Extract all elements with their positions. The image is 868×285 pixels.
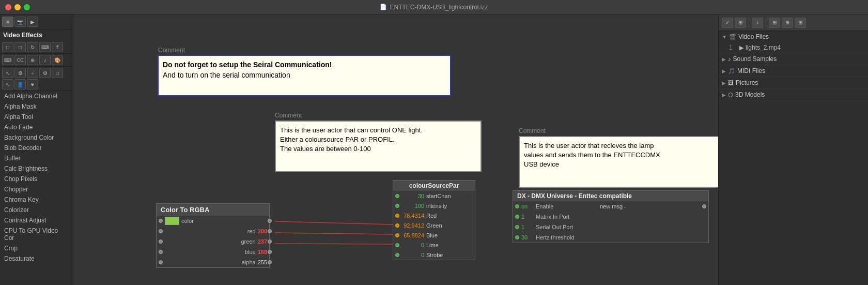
icon-btn-gear2[interactable]: ⚙ — [39, 68, 51, 78]
icon-btn-heart[interactable]: ♥ — [27, 79, 38, 89]
icon-btn-wave2[interactable]: ∿ — [2, 79, 13, 89]
dx-rows: on Enable new msg - 1 Matrix In Port 1 S… — [513, 201, 708, 243]
rt-grid2-btn[interactable]: ⊞ — [769, 18, 780, 28]
sidebar-title: Video Effects — [0, 29, 73, 41]
dx-value: on — [519, 203, 534, 209]
dx-row: 1 Serial Out Port — [513, 222, 708, 232]
rt-globe-btn[interactable]: ⊕ — [782, 18, 793, 28]
tree-header[interactable]: ▶ ⬡ 3D Models — [719, 89, 868, 100]
rt-plus-btn[interactable]: ⊞ — [795, 18, 806, 28]
tree-section-label: Video Files — [738, 33, 769, 40]
sidebar-item[interactable]: Add Alpha Channel — [0, 91, 73, 101]
rgba-green-out-dot — [268, 239, 272, 244]
cs-label: Green — [426, 222, 442, 229]
camera-icon-btn[interactable]: 📷 — [14, 17, 26, 27]
rt-grid-btn[interactable]: ⊞ — [735, 18, 746, 28]
rgba-red-out-dot — [268, 229, 272, 233]
tree-arrow-icon: ▶ — [722, 56, 726, 62]
cs-value: 0 — [399, 252, 426, 258]
canvas-area[interactable]: Comment Do not forget to setup the Seira… — [73, 14, 718, 285]
tree-header[interactable]: ▶ ♪ Sound Samples — [719, 53, 868, 65]
icon-btn-person[interactable]: 👤 — [14, 79, 26, 89]
file-icon: 📄 — [380, 4, 387, 10]
icon-btn-cc[interactable]: CC — [14, 55, 26, 65]
svg-line-1 — [275, 233, 393, 234]
rgba-blue-label: blue — [163, 249, 258, 255]
rt-note-btn[interactable]: ♪ — [752, 18, 763, 28]
sidebar-item[interactable]: Alpha Tool — [0, 112, 73, 122]
icon-btn-div[interactable]: ÷ — [27, 68, 38, 78]
comment3-line2: values and sends them to the ENTTECCDMX — [524, 151, 715, 160]
cs-label: Lime — [426, 242, 439, 248]
comment2-line1: This is the user actor that can control … — [280, 126, 476, 135]
comment1-line1: Do not forget to setup the Seiral Commun… — [163, 60, 446, 70]
icon-btn-rect2[interactable]: □ — [14, 42, 26, 52]
cs-row: 65,8824 Blue — [393, 230, 475, 240]
comment3-box: This is the user actor that recieves the… — [519, 136, 718, 188]
cs-label: Blue — [426, 232, 438, 238]
rgba-alpha-value: 255 — [258, 259, 267, 265]
icon-btn-rotate[interactable]: ↻ — [27, 42, 38, 52]
icon-btn-key[interactable]: ⌨ — [39, 42, 51, 52]
icon-btn-sq[interactable]: □ — [52, 68, 63, 78]
cs-row: 0 Lime — [393, 240, 475, 250]
tree-section: ▶ 🖼 Pictures — [719, 77, 868, 89]
sidebar-item[interactable]: Blob Decoder — [0, 143, 73, 153]
dx-row: 1 Matrix In Port — [513, 212, 708, 222]
sidebar-item[interactable]: Desaturate — [0, 253, 73, 264]
sidebar-item[interactable]: Buffer — [0, 153, 73, 163]
tree-header[interactable]: ▶ 🖼 Pictures — [719, 77, 868, 88]
cs-row: 0 Strobe — [393, 250, 475, 260]
window-title: 📄 ENTTEC-DMX-USB_lightcontrol.izz — [380, 4, 488, 11]
sidebar-item[interactable]: Chop Pixels — [0, 174, 73, 184]
sidebar-item[interactable]: Background Color — [0, 132, 73, 143]
sidebar-item[interactable]: Contrast Adjust — [0, 215, 73, 226]
tree-item[interactable]: 1 ▶ lights_2.mp4 — [719, 42, 868, 53]
sidebar-item[interactable]: Calc Brightness — [0, 163, 73, 174]
sidebar-item[interactable]: Chopper — [0, 184, 73, 194]
sidebar-item[interactable]: Crop — [0, 243, 73, 253]
rgba-blue-row: blue 168 — [157, 247, 269, 257]
sidebar-close-btn[interactable]: ✕ — [2, 17, 13, 27]
comment1-box: Do not forget to setup the Seiral Commun… — [158, 55, 451, 96]
dx-label: Matrix In Port — [534, 214, 596, 220]
icon-btn-key2[interactable]: ⌨ — [2, 55, 13, 65]
minimize-button[interactable] — [14, 4, 21, 10]
icon-btn-f[interactable]: f — [52, 42, 63, 52]
tree-header[interactable]: ▼ 🎬 Video Files — [719, 31, 868, 42]
tree-header[interactable]: ▶ 🎵 MIDI Files — [719, 65, 868, 77]
sidebar-item[interactable]: Auto Fade — [0, 122, 73, 132]
arrow-icon-btn[interactable]: ▶ — [27, 17, 38, 27]
rgba-red-label: red — [163, 228, 258, 234]
close-button[interactable] — [5, 4, 11, 10]
icon-btn-note[interactable]: ♪ — [39, 55, 51, 65]
cs-dot — [395, 194, 399, 198]
dx-label: Enable — [534, 203, 596, 209]
tree-section-icon: 🎬 — [729, 34, 736, 40]
dx-value: 1 — [519, 224, 534, 230]
sidebar-item[interactable]: Colorizer — [0, 205, 73, 215]
comment2-box: This is the user actor that can control … — [275, 121, 482, 172]
cs-value: 30 — [399, 193, 426, 199]
tree-item-icon: ▶ — [739, 44, 743, 51]
sidebar-item[interactable]: Alpha Mask — [0, 101, 73, 112]
comment2-line3: The values are between 0-100 — [280, 144, 476, 154]
sidebar-item[interactable]: Chroma Key — [0, 194, 73, 205]
icon-btn-gear[interactable]: ⚙ — [14, 68, 26, 78]
tree-section: ▼ 🎬 Video Files 1 ▶ lights_2.mp4 — [719, 31, 868, 53]
icon-btn-rect[interactable]: □ — [2, 42, 13, 52]
comment1-label: Comment — [158, 47, 185, 54]
icon-btn-circle-plus[interactable]: ⊕ — [27, 55, 38, 65]
maximize-button[interactable] — [24, 4, 30, 10]
icon-btn-wave[interactable]: ∿ — [2, 68, 13, 78]
colour-source-node: colourSourcePar 30 startChan 100 intensi… — [393, 180, 475, 260]
sidebar-item[interactable]: CPU To GPU Video Cor — [0, 226, 73, 243]
rgba-red-dot — [159, 229, 163, 233]
tree-arrow-icon: ▼ — [722, 34, 727, 40]
cs-label: intensity — [426, 203, 447, 209]
traffic-lights — [5, 4, 30, 10]
rt-check-btn[interactable]: ✓ — [722, 18, 733, 28]
tree-section-icon: 🎵 — [728, 68, 735, 74]
sidebar-icons-row1: □ □ ↻ ⌨ f — [0, 41, 73, 54]
icon-btn-palette[interactable]: 🎨 — [52, 55, 63, 65]
